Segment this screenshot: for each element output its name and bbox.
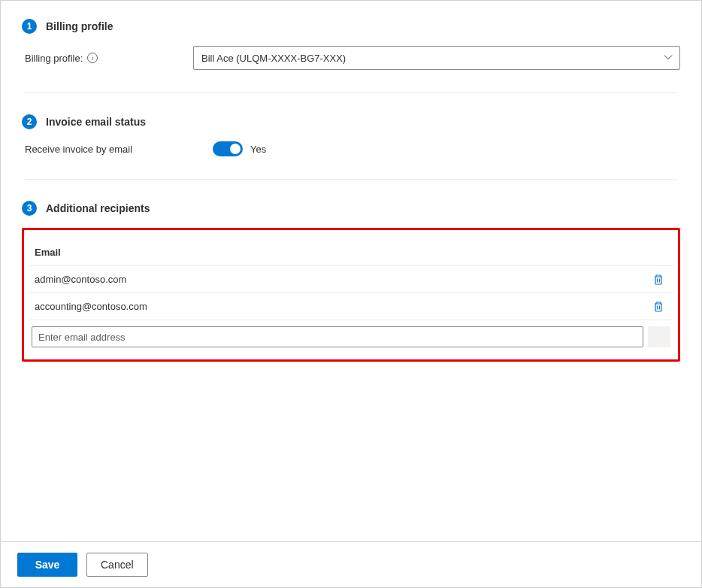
section2-header: 2 Invoice email status [22, 114, 680, 129]
recipient-row: accounting@contoso.com [29, 293, 673, 320]
receive-invoice-label: Receive invoice by email [25, 144, 213, 155]
receive-invoice-toggle[interactable] [213, 141, 243, 156]
section1-header: 1 Billing profile [22, 19, 680, 34]
divider [25, 92, 677, 93]
toggle-state-text: Yes [250, 144, 266, 155]
step-3-badge: 3 [22, 201, 37, 216]
section1-title: Billing profile [46, 20, 113, 32]
recipient-row: admin@contoso.com [29, 266, 673, 293]
input-action-area [648, 326, 670, 347]
step-2-badge: 2 [22, 114, 37, 129]
save-button[interactable]: Save [17, 553, 77, 577]
billing-profile-select[interactable]: Bill Ace (ULQM-XXXX-BG7-XXX) [193, 46, 680, 70]
recipient-email: accounting@contoso.com [32, 301, 646, 312]
trash-icon [652, 301, 664, 313]
divider [25, 179, 677, 180]
trash-icon [652, 274, 664, 286]
email-column-header: Email [29, 241, 673, 266]
billing-profile-value: Bill Ace (ULQM-XXXX-BG7-XXX) [201, 53, 346, 64]
recipients-highlight-box: Email admin@contoso.com accounting@conto… [22, 228, 680, 362]
recipient-email: admin@contoso.com [32, 274, 646, 285]
step-1-badge: 1 [22, 19, 37, 34]
add-email-input[interactable] [32, 326, 643, 347]
footer-bar: Save Cancel [1, 541, 701, 587]
section2-title: Invoice email status [46, 116, 146, 128]
delete-recipient-button[interactable] [646, 274, 670, 286]
info-icon[interactable]: i [87, 53, 98, 63]
section3-header: 3 Additional recipients [22, 201, 680, 216]
billing-profile-label: Billing profile: i [25, 53, 193, 64]
section3-title: Additional recipients [46, 202, 150, 214]
delete-recipient-button[interactable] [646, 301, 670, 313]
cancel-button[interactable]: Cancel [86, 553, 148, 577]
toggle-knob [230, 144, 241, 154]
